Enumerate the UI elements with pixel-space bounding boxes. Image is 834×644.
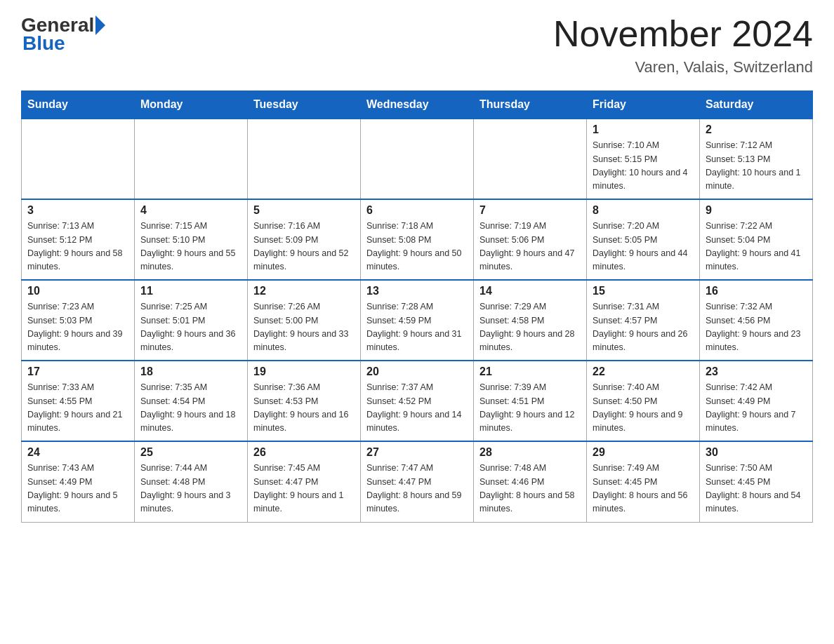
calendar-cell: 30Sunrise: 7:50 AMSunset: 4:45 PMDayligh…	[700, 441, 813, 522]
calendar-cell: 13Sunrise: 7:28 AMSunset: 4:59 PMDayligh…	[361, 280, 474, 361]
calendar-cell: 8Sunrise: 7:20 AMSunset: 5:05 PMDaylight…	[587, 199, 700, 280]
day-number: 9	[706, 204, 807, 217]
day-number: 23	[706, 365, 807, 378]
week-row-2: 3Sunrise: 7:13 AMSunset: 5:12 PMDaylight…	[22, 199, 813, 280]
day-number: 8	[593, 204, 694, 217]
calendar-cell: 6Sunrise: 7:18 AMSunset: 5:08 PMDaylight…	[361, 199, 474, 280]
day-info: Sunrise: 7:40 AMSunset: 4:50 PMDaylight:…	[593, 381, 694, 436]
calendar-cell	[135, 119, 248, 199]
day-number: 29	[593, 446, 694, 459]
day-number: 2	[706, 123, 807, 136]
day-info: Sunrise: 7:22 AMSunset: 5:04 PMDaylight:…	[706, 220, 807, 274]
day-number: 24	[27, 446, 128, 459]
day-number: 27	[366, 446, 468, 459]
calendar-cell: 28Sunrise: 7:48 AMSunset: 4:46 PMDayligh…	[474, 441, 587, 522]
day-number: 1	[593, 123, 694, 136]
calendar-cell: 26Sunrise: 7:45 AMSunset: 4:47 PMDayligh…	[248, 441, 361, 522]
day-number: 18	[140, 365, 241, 378]
calendar-cell: 18Sunrise: 7:35 AMSunset: 4:54 PMDayligh…	[135, 361, 248, 441]
calendar-cell: 27Sunrise: 7:47 AMSunset: 4:47 PMDayligh…	[361, 441, 474, 522]
weekday-header-monday: Monday	[135, 91, 248, 119]
day-number: 6	[366, 204, 468, 217]
calendar-cell: 2Sunrise: 7:12 AMSunset: 5:13 PMDaylight…	[700, 119, 813, 199]
calendar-cell: 21Sunrise: 7:39 AMSunset: 4:51 PMDayligh…	[474, 361, 587, 441]
day-number: 14	[479, 285, 581, 297]
day-number: 30	[706, 446, 807, 459]
day-info: Sunrise: 7:49 AMSunset: 4:45 PMDaylight:…	[593, 462, 694, 516]
day-info: Sunrise: 7:47 AMSunset: 4:47 PMDaylight:…	[366, 462, 468, 516]
logo-blue-text: Blue	[21, 32, 65, 55]
day-number: 19	[253, 365, 355, 378]
day-number: 16	[706, 285, 807, 297]
calendar-table: SundayMondayTuesdayWednesdayThursdayFrid…	[21, 90, 813, 523]
calendar-cell: 25Sunrise: 7:44 AMSunset: 4:48 PMDayligh…	[135, 441, 248, 522]
day-info: Sunrise: 7:13 AMSunset: 5:12 PMDaylight:…	[27, 220, 128, 274]
day-number: 4	[140, 204, 241, 217]
calendar-cell: 23Sunrise: 7:42 AMSunset: 4:49 PMDayligh…	[700, 361, 813, 441]
day-info: Sunrise: 7:19 AMSunset: 5:06 PMDaylight:…	[479, 220, 581, 274]
day-info: Sunrise: 7:43 AMSunset: 4:49 PMDaylight:…	[27, 462, 128, 516]
day-number: 15	[593, 285, 694, 297]
day-number: 17	[27, 365, 128, 378]
day-number: 28	[479, 446, 581, 459]
day-info: Sunrise: 7:10 AMSunset: 5:15 PMDaylight:…	[593, 139, 694, 194]
calendar-cell: 3Sunrise: 7:13 AMSunset: 5:12 PMDaylight…	[22, 199, 135, 280]
day-info: Sunrise: 7:48 AMSunset: 4:46 PMDaylight:…	[479, 462, 581, 516]
weekday-header-wednesday: Wednesday	[361, 91, 474, 119]
day-info: Sunrise: 7:32 AMSunset: 4:56 PMDaylight:…	[706, 300, 807, 355]
day-info: Sunrise: 7:36 AMSunset: 4:53 PMDaylight:…	[253, 381, 355, 436]
calendar-cell	[474, 119, 587, 199]
calendar-cell: 16Sunrise: 7:32 AMSunset: 4:56 PMDayligh…	[700, 280, 813, 361]
day-info: Sunrise: 7:29 AMSunset: 4:58 PMDaylight:…	[479, 300, 581, 355]
day-info: Sunrise: 7:39 AMSunset: 4:51 PMDaylight:…	[479, 381, 581, 436]
day-number: 21	[479, 365, 581, 378]
day-info: Sunrise: 7:18 AMSunset: 5:08 PMDaylight:…	[366, 220, 468, 274]
calendar-cell: 24Sunrise: 7:43 AMSunset: 4:49 PMDayligh…	[22, 441, 135, 522]
day-number: 25	[140, 446, 241, 459]
day-info: Sunrise: 7:35 AMSunset: 4:54 PMDaylight:…	[140, 381, 241, 436]
day-info: Sunrise: 7:16 AMSunset: 5:09 PMDaylight:…	[253, 220, 355, 274]
day-info: Sunrise: 7:12 AMSunset: 5:13 PMDaylight:…	[706, 139, 807, 194]
day-info: Sunrise: 7:45 AMSunset: 4:47 PMDaylight:…	[253, 462, 355, 516]
day-info: Sunrise: 7:42 AMSunset: 4:49 PMDaylight:…	[706, 381, 807, 436]
day-info: Sunrise: 7:25 AMSunset: 5:01 PMDaylight:…	[140, 300, 241, 355]
week-row-4: 17Sunrise: 7:33 AMSunset: 4:55 PMDayligh…	[22, 361, 813, 441]
page-header: General Blue November 2024 Varen, Valais…	[21, 14, 813, 76]
day-number: 7	[479, 204, 581, 217]
calendar-cell: 11Sunrise: 7:25 AMSunset: 5:01 PMDayligh…	[135, 280, 248, 361]
calendar-cell: 4Sunrise: 7:15 AMSunset: 5:10 PMDaylight…	[135, 199, 248, 280]
month-year-title: November 2024	[553, 14, 813, 54]
calendar-cell: 10Sunrise: 7:23 AMSunset: 5:03 PMDayligh…	[22, 280, 135, 361]
logo-triangle-icon	[95, 15, 105, 35]
calendar-cell: 9Sunrise: 7:22 AMSunset: 5:04 PMDaylight…	[700, 199, 813, 280]
calendar-cell: 15Sunrise: 7:31 AMSunset: 4:57 PMDayligh…	[587, 280, 700, 361]
week-row-5: 24Sunrise: 7:43 AMSunset: 4:49 PMDayligh…	[22, 441, 813, 522]
calendar-cell: 12Sunrise: 7:26 AMSunset: 5:00 PMDayligh…	[248, 280, 361, 361]
calendar-cell: 19Sunrise: 7:36 AMSunset: 4:53 PMDayligh…	[248, 361, 361, 441]
day-info: Sunrise: 7:33 AMSunset: 4:55 PMDaylight:…	[27, 381, 128, 436]
weekday-header-friday: Friday	[587, 91, 700, 119]
day-number: 20	[366, 365, 468, 378]
weekday-header-saturday: Saturday	[700, 91, 813, 119]
week-row-3: 10Sunrise: 7:23 AMSunset: 5:03 PMDayligh…	[22, 280, 813, 361]
day-info: Sunrise: 7:23 AMSunset: 5:03 PMDaylight:…	[27, 300, 128, 355]
calendar-cell: 20Sunrise: 7:37 AMSunset: 4:52 PMDayligh…	[361, 361, 474, 441]
logo: General Blue	[21, 14, 105, 55]
day-info: Sunrise: 7:37 AMSunset: 4:52 PMDaylight:…	[366, 381, 468, 436]
day-number: 13	[366, 285, 468, 297]
weekday-header-row: SundayMondayTuesdayWednesdayThursdayFrid…	[22, 91, 813, 119]
calendar-cell: 1Sunrise: 7:10 AMSunset: 5:15 PMDaylight…	[587, 119, 700, 199]
calendar-cell: 29Sunrise: 7:49 AMSunset: 4:45 PMDayligh…	[587, 441, 700, 522]
weekday-header-thursday: Thursday	[474, 91, 587, 119]
calendar-cell: 7Sunrise: 7:19 AMSunset: 5:06 PMDaylight…	[474, 199, 587, 280]
calendar-cell: 5Sunrise: 7:16 AMSunset: 5:09 PMDaylight…	[248, 199, 361, 280]
day-number: 11	[140, 285, 241, 297]
title-block: November 2024 Varen, Valais, Switzerland	[553, 14, 813, 76]
calendar-cell	[22, 119, 135, 199]
day-info: Sunrise: 7:28 AMSunset: 4:59 PMDaylight:…	[366, 300, 468, 355]
day-number: 12	[253, 285, 355, 297]
day-info: Sunrise: 7:26 AMSunset: 5:00 PMDaylight:…	[253, 300, 355, 355]
day-info: Sunrise: 7:50 AMSunset: 4:45 PMDaylight:…	[706, 462, 807, 516]
day-info: Sunrise: 7:20 AMSunset: 5:05 PMDaylight:…	[593, 220, 694, 274]
calendar-cell	[248, 119, 361, 199]
